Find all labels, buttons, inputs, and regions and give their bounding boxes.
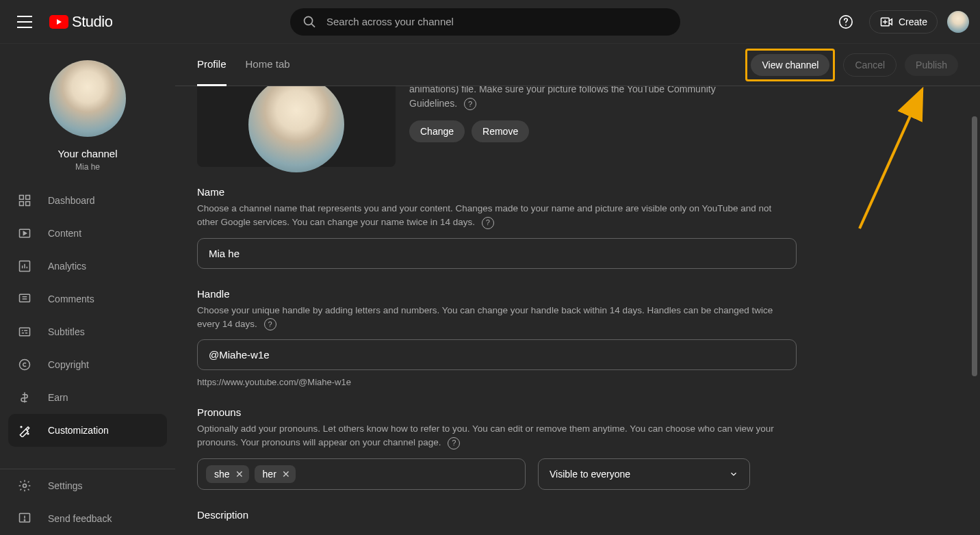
logo-text: Studio xyxy=(72,13,112,31)
help-icon[interactable]: ? xyxy=(464,98,476,110)
analytics-icon xyxy=(16,259,33,273)
sidebar-item-subtitles[interactable]: Subtitles xyxy=(0,315,175,348)
sidebar-item-settings[interactable]: Settings xyxy=(0,469,175,502)
svg-point-15 xyxy=(23,484,27,488)
dashboard-icon xyxy=(16,194,33,207)
create-label: Create xyxy=(899,16,927,27)
svg-point-12 xyxy=(20,360,30,370)
svg-point-17 xyxy=(24,520,25,521)
scrollbar-thumb[interactable] xyxy=(972,116,977,376)
sidebar-item-label: Content xyxy=(48,228,81,239)
scrollbar[interactable] xyxy=(972,90,977,530)
search-box[interactable] xyxy=(290,8,680,36)
create-button[interactable]: Create xyxy=(869,10,938,34)
section-title: Name xyxy=(197,186,958,198)
header: Studio Create xyxy=(0,0,980,44)
gear-icon xyxy=(16,479,33,493)
section-desc: Choose your unique handle by adding lett… xyxy=(197,304,792,332)
select-value: Visible to everyone xyxy=(550,469,630,480)
sidebar-item-earn[interactable]: Earn xyxy=(0,381,175,414)
channel-label: Your channel xyxy=(57,148,117,159)
publish-button[interactable]: Publish xyxy=(905,54,958,76)
help-icon[interactable]: ? xyxy=(448,437,460,449)
chip-text: her xyxy=(263,469,276,480)
handle-input[interactable] xyxy=(197,339,797,370)
svg-rect-6 xyxy=(20,202,24,206)
name-input[interactable] xyxy=(197,238,797,269)
subtitles-icon xyxy=(16,325,33,339)
svg-point-2 xyxy=(845,24,847,25)
sidebar-item-label: Customization xyxy=(48,425,109,436)
pronoun-chip: her ✕ xyxy=(255,465,296,483)
content-area: animations) file. Make sure your picture… xyxy=(175,86,980,535)
avatar[interactable] xyxy=(947,11,969,33)
chip-text: she xyxy=(214,469,230,480)
name-section: Name Choose a channel name that represen… xyxy=(197,186,958,269)
pronouns-desc-text: Optionally add your pronouns. Let others… xyxy=(197,423,774,447)
picture-avatar xyxy=(248,86,344,172)
sidebar: Your channel Mia he Dashboard Content An… xyxy=(0,44,175,535)
create-icon xyxy=(879,15,893,29)
main-panel: Profile Home tab View channel Cancel Pub… xyxy=(175,44,980,535)
earn-icon xyxy=(16,391,33,404)
view-channel-button[interactable]: View channel xyxy=(751,54,829,76)
close-icon[interactable]: ✕ xyxy=(235,469,244,480)
close-icon[interactable]: ✕ xyxy=(282,469,290,480)
sidebar-item-comments[interactable]: Comments xyxy=(0,283,175,315)
channel-avatar-large xyxy=(49,60,126,137)
pronouns-section: Pronouns Optionally add your pronouns. L… xyxy=(197,406,958,490)
sidebar-item-label: Send feedback xyxy=(48,513,112,524)
copyright-icon xyxy=(16,358,33,371)
pronoun-chip: she ✕ xyxy=(206,465,249,483)
sidebar-item-label: Settings xyxy=(48,480,83,491)
tab-profile[interactable]: Profile xyxy=(197,44,227,86)
svg-point-0 xyxy=(305,16,313,25)
picture-desc: animations) file. Make sure your picture… xyxy=(409,86,765,111)
picture-row: animations) file. Make sure your picture… xyxy=(197,86,958,167)
channel-block[interactable]: Your channel Mia he xyxy=(0,44,175,184)
sidebar-item-dashboard[interactable]: Dashboard xyxy=(0,184,175,217)
search-input[interactable] xyxy=(326,16,668,27)
sidebar-item-label: Analytics xyxy=(48,261,86,272)
sidebar-item-label: Comments xyxy=(48,293,94,304)
svg-rect-4 xyxy=(20,196,24,200)
section-desc: Optionally add your pronouns. Let others… xyxy=(197,422,792,450)
studio-logo[interactable]: Studio xyxy=(49,13,112,31)
svg-point-14 xyxy=(27,433,29,434)
change-button[interactable]: Change xyxy=(409,120,465,142)
tab-home[interactable]: Home tab xyxy=(246,44,290,86)
remove-button[interactable]: Remove xyxy=(472,120,529,142)
content-icon xyxy=(16,226,33,240)
sidebar-item-feedback[interactable]: Send feedback xyxy=(0,502,175,535)
help-icon[interactable]: ? xyxy=(482,217,494,229)
feedback-icon xyxy=(16,512,33,525)
comments-icon xyxy=(16,292,33,306)
customization-icon xyxy=(16,423,33,437)
svg-rect-10 xyxy=(20,294,30,302)
picture-desc-text: animations) file. Make sure your picture… xyxy=(409,86,716,109)
handle-desc-text: Choose your unique handle by adding lett… xyxy=(197,305,773,329)
sidebar-item-content[interactable]: Content xyxy=(0,217,175,250)
svg-rect-11 xyxy=(20,328,30,336)
svg-rect-5 xyxy=(26,196,30,200)
section-title: Handle xyxy=(197,288,958,300)
section-title: Description xyxy=(197,509,958,521)
description-section: Description xyxy=(197,509,958,521)
help-icon[interactable]: ? xyxy=(264,318,276,330)
sidebar-item-label: Dashboard xyxy=(48,195,95,206)
header-right: Create xyxy=(832,8,969,36)
visibility-select[interactable]: Visible to everyone xyxy=(538,458,750,490)
youtube-icon xyxy=(49,15,68,29)
sidebar-item-customization[interactable]: Customization xyxy=(8,414,167,447)
help-icon[interactable] xyxy=(832,8,860,36)
sidebar-item-analytics[interactable]: Analytics xyxy=(0,250,175,283)
section-desc: Choose a channel name that represents yo… xyxy=(197,202,792,230)
svg-point-13 xyxy=(21,426,22,428)
channel-name: Mia he xyxy=(75,162,100,172)
search-icon xyxy=(302,14,317,29)
highlight-box: View channel xyxy=(745,49,835,81)
hamburger-icon[interactable] xyxy=(11,8,38,36)
pronouns-input[interactable]: she ✕ her ✕ xyxy=(197,458,526,490)
cancel-button[interactable]: Cancel xyxy=(843,53,897,77)
sidebar-item-copyright[interactable]: Copyright xyxy=(0,348,175,381)
